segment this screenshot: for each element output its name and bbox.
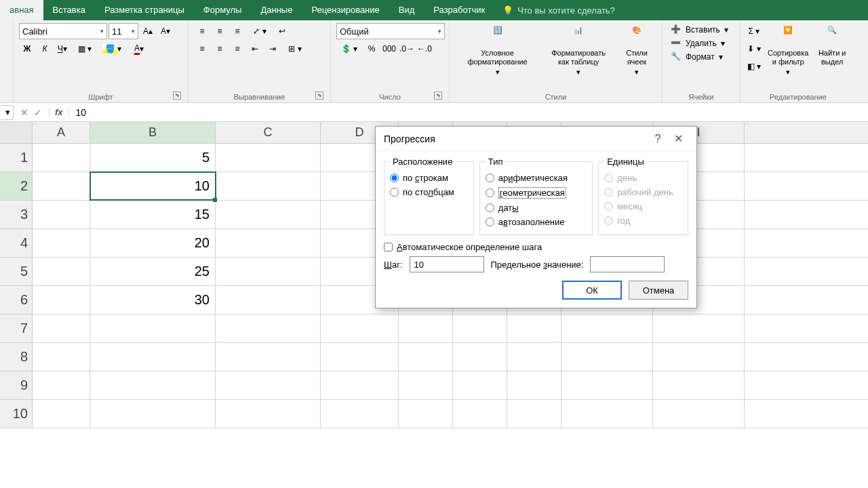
font-color-button[interactable]: А ▾ (126, 41, 152, 57)
cell-G8[interactable] (507, 343, 561, 371)
column-header-A[interactable]: A (33, 122, 90, 143)
align-bottom-icon[interactable]: ≡ (229, 23, 245, 39)
dialog-help-button[interactable]: ? (648, 133, 668, 145)
cell-B10[interactable] (90, 400, 216, 428)
cell-B8[interactable] (90, 343, 216, 371)
tab-data[interactable]: Данные (251, 0, 302, 20)
comma-format-button[interactable]: 000 (381, 41, 397, 57)
cell-D7[interactable] (321, 314, 399, 342)
cell-E7[interactable] (399, 314, 453, 342)
cell-F10[interactable] (453, 400, 507, 428)
cell-E8[interactable] (399, 343, 453, 371)
percent-format-button[interactable]: % (363, 41, 380, 57)
align-top-icon[interactable]: ≡ (194, 23, 210, 39)
dialog-close-button[interactable]: ✕ (668, 132, 688, 145)
row-header[interactable]: 9 (0, 371, 33, 399)
cell-B9[interactable] (90, 371, 216, 399)
cell-I10[interactable] (653, 400, 745, 428)
ok-button[interactable]: ОК (562, 281, 622, 300)
cell-A3[interactable] (33, 201, 90, 228)
format-cells-button[interactable]: 🔧Формат ▾ (668, 50, 731, 64)
limit-input[interactable] (590, 256, 665, 272)
cell-G9[interactable] (507, 371, 561, 399)
format-as-table-button[interactable]: 📊Форматировать как таблицу ▾ (542, 23, 614, 80)
cell-C5[interactable] (216, 258, 321, 285)
cell-C9[interactable] (216, 371, 321, 399)
cell-B5[interactable]: 25 (90, 258, 216, 285)
cell-A10[interactable] (33, 400, 90, 428)
cell-A2[interactable] (33, 172, 90, 200)
fill-button[interactable]: ⬇ ▾ (746, 41, 762, 57)
cell-A8[interactable] (33, 343, 90, 371)
clear-button[interactable]: ◧ ▾ (746, 58, 762, 75)
tab-page-layout[interactable]: Разметка страницы (95, 0, 194, 20)
alignment-dialog-launcher[interactable]: ⬊ (315, 92, 323, 100)
name-box[interactable]: ▾ (0, 105, 14, 120)
radio-geometric[interactable]: геометрическая (486, 185, 587, 201)
radio-arithmetic[interactable]: арифметическая (486, 171, 587, 185)
cell-C8[interactable] (216, 343, 321, 371)
increase-indent-icon[interactable]: ⇥ (264, 41, 281, 57)
cell-B3[interactable]: 15 (90, 201, 216, 228)
cell-B7[interactable] (90, 314, 216, 342)
bold-button[interactable]: Ж (19, 41, 35, 57)
radio-columns[interactable]: по столбцам (390, 185, 468, 199)
tab-formulas[interactable]: Формулы (194, 0, 252, 20)
align-left-icon[interactable]: ≡ (194, 41, 210, 57)
cell-C6[interactable] (216, 286, 321, 314)
cell-H10[interactable] (561, 400, 653, 428)
cell-B6[interactable]: 30 (90, 286, 216, 314)
cell-A9[interactable] (33, 371, 90, 399)
cell-C1[interactable] (216, 144, 321, 171)
borders-button[interactable]: ▦ ▾ (72, 41, 98, 57)
cell-E10[interactable] (399, 400, 453, 428)
cell-F9[interactable] (453, 371, 507, 399)
cell-H7[interactable] (561, 314, 653, 342)
cell-D8[interactable] (321, 343, 399, 371)
cell-G10[interactable] (507, 400, 561, 428)
wrap-text-button[interactable]: ↩ (274, 23, 290, 39)
font-dialog-launcher[interactable]: ⬊ (173, 92, 181, 100)
delete-cells-button[interactable]: ➖Удалить ▾ (668, 37, 731, 50)
row-header[interactable]: 2 (0, 172, 33, 200)
cell-E9[interactable] (399, 371, 453, 399)
insert-cells-button[interactable]: ➕Вставить ▾ (668, 23, 731, 37)
increase-font-icon[interactable]: A▴ (140, 23, 156, 39)
number-format-combo[interactable]: Общий▾ (336, 23, 445, 39)
cell-B2[interactable]: 10 (90, 172, 216, 200)
cell-I8[interactable] (653, 343, 745, 371)
cell-A5[interactable] (33, 258, 90, 285)
cell-A1[interactable] (33, 144, 90, 171)
tab-home[interactable]: авная (0, 0, 43, 20)
italic-button[interactable]: К (37, 41, 53, 57)
row-header[interactable]: 1 (0, 144, 33, 171)
cell-A4[interactable] (33, 229, 90, 257)
cell-C7[interactable] (216, 314, 321, 342)
merge-button[interactable]: ⊞ ▾ (282, 41, 308, 57)
row-header[interactable]: 7 (0, 314, 33, 342)
tell-me-search[interactable]: 💡 Что вы хотите сделать? (494, 0, 623, 20)
cell-F7[interactable] (453, 314, 507, 342)
orientation-button[interactable]: ⤢ ▾ (247, 23, 273, 39)
row-header[interactable]: 4 (0, 229, 33, 257)
number-dialog-launcher[interactable]: ⬊ (434, 92, 442, 100)
accounting-format-button[interactable]: 💲 ▾ (336, 41, 362, 57)
cell-C3[interactable] (216, 201, 321, 228)
fill-color-button[interactable]: 🪣 ▾ (99, 41, 125, 57)
cancel-edit-icon[interactable]: ✕ (20, 107, 28, 118)
cell-D9[interactable] (321, 371, 399, 399)
cell-B1[interactable]: 5 (90, 144, 216, 171)
font-name-combo[interactable]: Calibri▾ (19, 23, 107, 39)
cell-H8[interactable] (561, 343, 653, 371)
cell-C2[interactable] (216, 172, 321, 200)
cell-A7[interactable] (33, 314, 90, 342)
sort-filter-button[interactable]: 🔽Сортировка и фильтр ▾ (765, 23, 811, 80)
radio-dates[interactable]: даты (486, 201, 587, 215)
auto-step-checkbox[interactable]: Автоматическое определение шага (384, 235, 688, 256)
cell-G7[interactable] (507, 314, 561, 342)
cancel-button[interactable]: Отмена (629, 281, 688, 300)
row-header[interactable]: 8 (0, 343, 33, 371)
fx-icon[interactable]: fx (49, 107, 69, 117)
underline-button[interactable]: Ч ▾ (54, 41, 71, 57)
row-header[interactable]: 6 (0, 286, 33, 314)
